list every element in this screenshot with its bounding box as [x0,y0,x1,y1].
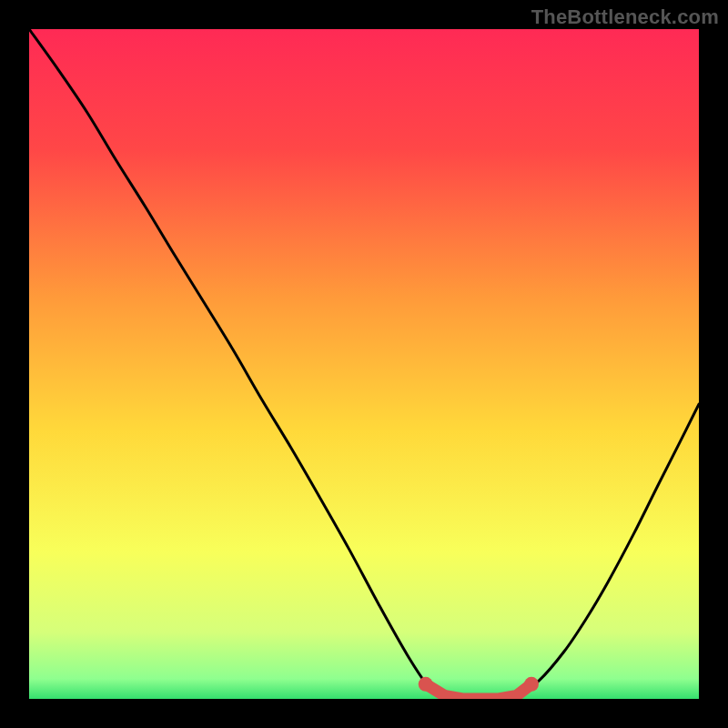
watermark-text: TheBottleneck.com [531,5,719,29]
plot-svg [29,29,699,699]
optimal-band-endpoint [524,677,539,692]
chart-stage: TheBottleneck.com [0,0,728,728]
optimal-band-endpoint [419,677,433,692]
plot-area [29,29,699,699]
